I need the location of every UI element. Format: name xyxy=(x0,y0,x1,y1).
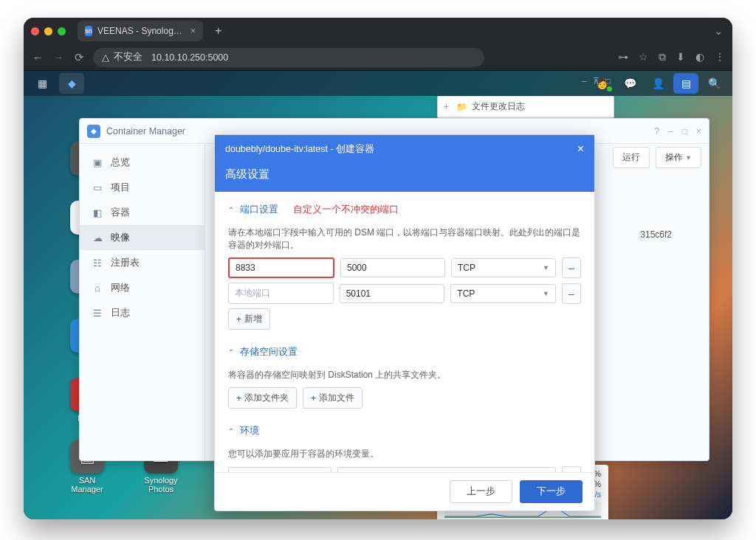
icon-label: SAN Manager xyxy=(65,476,109,494)
protocol-select[interactable]: TCP▼ xyxy=(450,284,556,303)
reload-button[interactable]: ⟳ xyxy=(72,51,86,64)
cm-title: Container Manager xyxy=(106,126,185,136)
section-title-label: 存储空间设置 xyxy=(240,346,298,359)
minimize-icon[interactable]: – xyxy=(668,126,673,136)
maximize-icon[interactable]: □ xyxy=(682,126,687,136)
sidebar-item-overview[interactable]: ▣总览 xyxy=(80,150,205,175)
download-icon[interactable]: ⬇ xyxy=(676,51,685,63)
forward-button[interactable]: → xyxy=(52,51,65,63)
remove-row-button[interactable]: – xyxy=(562,283,581,304)
sidebar-item-registry[interactable]: ☷注册表 xyxy=(80,250,205,275)
select-value: TCP xyxy=(458,263,475,273)
section-ports-header[interactable]: ⌃ 端口设置 自定义一个不冲突的端口 xyxy=(228,199,581,221)
url-text: 10.10.10.250:5000 xyxy=(151,52,228,63)
section-env-header[interactable]: ⌃ 环境 xyxy=(228,420,581,442)
button-label: 操作 xyxy=(665,152,683,162)
address-bar[interactable]: △ 不安全 10.10.10.250:5000 xyxy=(93,48,484,67)
modal-footer: 上一步 下一步 xyxy=(215,472,594,510)
dsm-chat-icon[interactable]: 💬 xyxy=(617,73,642,94)
env-description: 您可以添加要应用于容器的环境变量。 xyxy=(228,448,581,460)
browser-tabbar: sn VEENAS - Synology DiskStati × + ⌄ xyxy=(24,18,732,44)
prev-step-button[interactable]: 上一步 xyxy=(450,480,512,503)
tab-title: VEENAS - Synology DiskStati xyxy=(97,26,182,36)
window-pin-icon[interactable]: ⊼ xyxy=(593,76,599,86)
select-value: TCP xyxy=(457,288,475,299)
new-tab-button[interactable]: + xyxy=(210,24,226,38)
chevron-up-icon: ⌃ xyxy=(228,348,234,356)
help-icon[interactable]: ? xyxy=(654,126,659,136)
profile-icon[interactable]: ◐ xyxy=(695,51,704,63)
local-port-input[interactable]: 8833 xyxy=(228,257,334,278)
remove-row-button[interactable]: – xyxy=(562,257,581,278)
add-file-button[interactable]: +添加文件 xyxy=(303,387,362,409)
list-icon: ☰ xyxy=(92,308,103,319)
file-change-log-window[interactable]: – ⊼ □ + 📁 文件更改日志 xyxy=(437,96,614,118)
run-button[interactable]: 运行 xyxy=(613,147,650,168)
folder-icon: 📁 xyxy=(456,102,467,112)
section-title-label: 端口设置 xyxy=(240,204,278,216)
tabs-dropdown-icon[interactable]: ⌄ xyxy=(712,24,725,38)
container-port-input[interactable]: 50101 xyxy=(340,284,445,303)
image-id-text: 315c6f2 xyxy=(640,229,672,240)
dsm-taskbar-container-manager[interactable]: ◆ xyxy=(59,73,84,94)
back-button[interactable]: ← xyxy=(31,51,44,63)
remove-row-button[interactable]: – xyxy=(562,466,581,472)
dsm-person-icon[interactable]: 👤 xyxy=(645,73,670,94)
sidebar-item-label: 项目 xyxy=(111,181,130,194)
sidebar-item-label: 总览 xyxy=(111,156,130,169)
window-minimize-icon[interactable]: – xyxy=(582,76,587,86)
menu-icon[interactable]: ⋮ xyxy=(715,51,725,63)
plus-icon: + xyxy=(236,314,241,325)
dsm-search-icon[interactable]: 🔍 xyxy=(701,73,726,94)
addtab-icon[interactable]: + xyxy=(444,102,449,112)
bookmark-item-icon: ☷ xyxy=(92,257,103,269)
section-ports: ⌃ 端口设置 自定义一个不冲突的端口 请在本地端口字段中输入可用的 DSM 端口… xyxy=(228,199,581,330)
chevron-down-icon: ▼ xyxy=(543,290,549,297)
close-icon[interactable]: × xyxy=(696,126,701,136)
button-label: 添加文件夹 xyxy=(244,392,289,404)
tab-close-icon[interactable]: × xyxy=(190,26,196,36)
extension-icon[interactable]: ⧉ xyxy=(659,51,666,63)
cloud-icon: ☁ xyxy=(92,232,103,243)
container-port-input[interactable]: 5000 xyxy=(340,258,445,277)
modal-header: doubebly/doube-itv:latest - 创建容器 × xyxy=(215,135,594,163)
chevron-up-icon: ⌃ xyxy=(228,206,234,214)
minimize-icon[interactable] xyxy=(44,27,52,35)
close-icon[interactable] xyxy=(31,27,39,35)
sidebar-item-label: 网络 xyxy=(111,281,130,294)
button-label: 上一步 xyxy=(467,486,495,496)
sidebar-item-images[interactable]: ☁映像 xyxy=(80,225,205,250)
sidebar-item-projects[interactable]: ▭项目 xyxy=(80,175,205,200)
window-maximize-icon[interactable]: □ xyxy=(605,76,611,86)
dsm-main-menu[interactable]: ▦ xyxy=(30,73,55,94)
sidebar-item-containers[interactable]: ◧容器 xyxy=(80,200,205,225)
stack-icon: ▭ xyxy=(92,182,103,193)
browser-window: sn VEENAS - Synology DiskStati × + ⌄ ← →… xyxy=(24,18,732,519)
window-traffic-lights[interactable] xyxy=(31,27,66,35)
key-icon[interactable]: ⊶ xyxy=(618,51,628,63)
maximize-icon[interactable] xyxy=(58,27,66,35)
button-label: 添加文件 xyxy=(319,392,354,404)
add-port-button[interactable]: +新增 xyxy=(228,308,270,330)
section-storage-header[interactable]: ⌃ 存储空间设置 xyxy=(228,342,581,363)
env-key-input[interactable]: PATH xyxy=(228,467,331,472)
add-folder-button[interactable]: +添加文件夹 xyxy=(228,387,297,409)
sidebar-item-logs[interactable]: ☰日志 xyxy=(80,300,205,325)
create-container-modal: doubebly/doube-itv:latest - 创建容器 × 高级设置 … xyxy=(214,134,595,511)
dsm-widgets-icon[interactable]: ▤ xyxy=(673,73,698,94)
button-label: 运行 xyxy=(622,152,640,162)
bookmark-icon[interactable]: ☆ xyxy=(639,51,648,63)
modal-close-icon[interactable]: × xyxy=(577,142,584,156)
action-button[interactable]: 操作▼ xyxy=(656,147,701,168)
cube-icon: ◆ xyxy=(87,125,100,138)
gauge-icon: ▣ xyxy=(92,157,103,168)
section-storage: ⌃ 存储空间设置 将容器的存储空间映射到 DiskStation 上的共享文件夹… xyxy=(228,342,581,409)
browser-tab[interactable]: sn VEENAS - Synology DiskStati × xyxy=(78,21,203,41)
browser-toolbar: ← → ⟳ △ 不安全 10.10.10.250:5000 ⊶ ☆ ⧉ ⬇ ◐ … xyxy=(24,44,732,71)
env-value-input[interactable]: /usr/local/bin:/usr/local/sb xyxy=(337,467,556,472)
local-port-input[interactable]: 本地端口 xyxy=(228,283,334,304)
next-step-button[interactable]: 下一步 xyxy=(520,480,583,503)
sidebar-item-network[interactable]: ⌂网络 xyxy=(80,275,205,300)
sidebar-item-label: 映像 xyxy=(111,231,130,244)
protocol-select[interactable]: TCP▼ xyxy=(451,258,556,277)
